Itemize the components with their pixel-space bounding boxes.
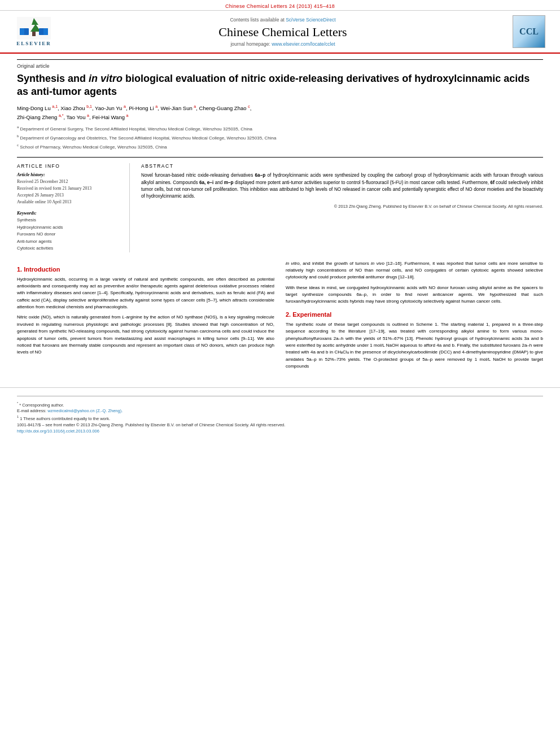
intro-para-1: Hydroxylcinnamic acids, occurring in a l…	[17, 276, 274, 311]
affiliations: a Department of General Surgery, The Sec…	[17, 125, 543, 150]
received-date: Received 25 December 2012	[17, 178, 123, 185]
email-line: E-mail address: wzmedicalmd@yahoo.cn (Z.…	[17, 408, 543, 414]
journal-header: ELSEVIER Contents lists available at Sci…	[0, 10, 560, 54]
right-para-2: With these ideas in mind, we conjugated …	[286, 285, 543, 305]
affiliation-b: b Department of Gynaecology and Obstetri…	[17, 134, 543, 142]
affiliation-c: c School of Pharmacy, Wenzhou Medical Co…	[17, 143, 543, 151]
elsevier-logo: ELSEVIER	[11, 17, 56, 46]
elsevier-tree-icon	[17, 17, 51, 40]
article-info-header: ARTICLE INFO	[17, 163, 123, 169]
article-info-col: ARTICLE INFO Article history: Received 2…	[17, 163, 130, 252]
copyright-text: © 2013 Zhi-Qiang Zheng. Published by Els…	[141, 204, 543, 209]
abstract-col: ABSTRACT Novel furoxan-based nitric oxid…	[141, 163, 543, 252]
ccl-logo: CCL	[513, 15, 545, 48]
banner-text: Chinese Chemical Letters 24 (2013) 415–4…	[225, 3, 335, 9]
page-wrapper: Chinese Chemical Letters 24 (2013) 415–4…	[0, 0, 560, 747]
history-label: Article history:	[17, 172, 123, 177]
introduction-title: 1. Introduction	[17, 266, 274, 273]
svg-rect-6	[43, 28, 48, 35]
issn-line: 1001-8417/$ – see front matter © 2013 Zh…	[17, 422, 543, 427]
footer-divider	[17, 396, 543, 396]
header-center: Contents lists available at SciVerse Sci…	[62, 17, 504, 47]
keywords-section: Keywords: Synthesis Hydroxylcinnamic aci…	[17, 211, 123, 252]
article-history: Article history: Received 25 December 20…	[17, 172, 123, 205]
keyword-3: Furoxans NO donor	[17, 231, 123, 238]
main-col-right: in vitro, and inhibit the growth of tumo…	[286, 260, 543, 374]
experimental-para: The synthetic route of these target comp…	[286, 321, 543, 370]
equal-contrib-note: 1 1 These authors contributed equally to…	[17, 414, 543, 422]
available-date: Available online 10 April 2013	[17, 199, 123, 206]
keywords-label: Keywords:	[17, 211, 123, 216]
footer-area: * * Corresponding author. E-mail address…	[0, 387, 560, 438]
authors-line: Ming-Dong Lu a,1, Xiao Zhou b,1, Yao-Jun…	[17, 103, 543, 122]
keyword-2: Hydroxylcinnamic acids	[17, 224, 123, 231]
main-col-left: 1. Introduction Hydroxylcinnamic acids, …	[17, 260, 274, 374]
abstract-header: ABSTRACT	[141, 163, 543, 169]
content-area: Original article Synthesis and in vitro …	[0, 54, 560, 379]
svg-rect-2	[32, 32, 36, 36]
accepted-date: Accepted 26 January 2013	[17, 192, 123, 199]
article-type: Original article	[17, 59, 543, 69]
affiliation-a: a Department of General Surgery, The Sec…	[17, 125, 543, 133]
intro-para-2: Nitric oxide (NO), which is naturally ge…	[17, 314, 274, 356]
journal-homepage: journal homepage: www.elsevier.com/locat…	[62, 41, 504, 47]
corresponding-note: * * Corresponding author.	[17, 401, 543, 408]
sciverse-line: Contents lists available at SciVerse Sci…	[62, 17, 504, 23]
doi-line: http://dx.doi.org/10.1016/j.cclet.2013.0…	[17, 429, 543, 434]
main-body: 1. Introduction Hydroxylcinnamic acids, …	[17, 260, 543, 374]
journal-title: Chinese Chemical Letters	[62, 25, 504, 40]
abstract-text: Novel furoxan-based nitric oxide-releasi…	[141, 172, 543, 200]
elsevier-text: ELSEVIER	[16, 41, 51, 46]
paper-title: Synthesis and in vitro biological evalua…	[17, 72, 543, 99]
keyword-4: Anti-tumor agents	[17, 238, 123, 245]
journal-banner: Chinese Chemical Letters 24 (2013) 415–4…	[0, 0, 560, 10]
revised-date: Received in revised form 21 January 2013	[17, 185, 123, 192]
experimental-title: 2. Experimental	[286, 311, 543, 318]
info-abstract-section: ARTICLE INFO Article history: Received 2…	[17, 157, 543, 252]
keyword-1: Synthesis	[17, 217, 123, 224]
svg-rect-4	[20, 28, 24, 35]
elsevier-logo-area: ELSEVIER	[11, 17, 56, 46]
ccl-logo-area: CCL	[509, 15, 549, 48]
keyword-5: Cytotoxic activities	[17, 245, 123, 252]
right-para-1: in vitro, and inhibit the growth of tumo…	[286, 260, 543, 281]
